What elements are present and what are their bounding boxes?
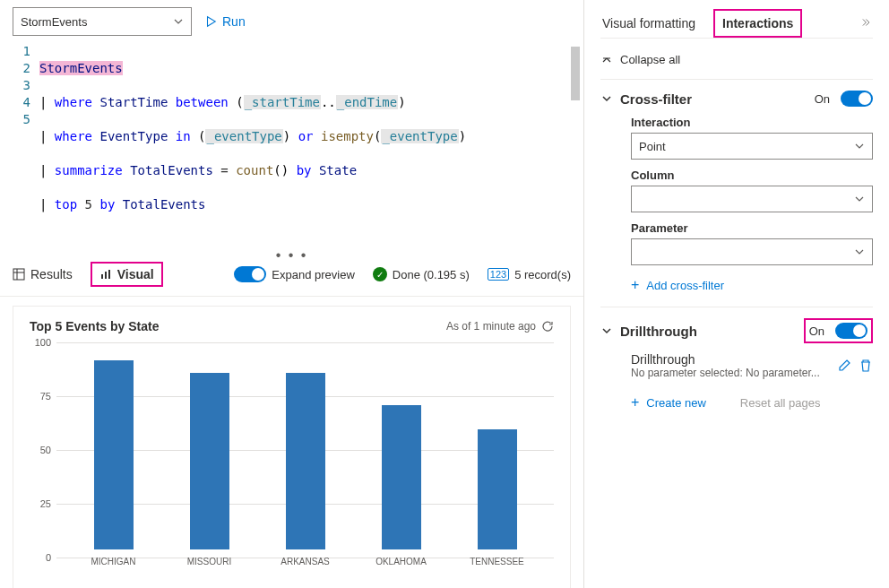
section-drillthrough: Drillthrough On Drillthrough No paramete… (600, 307, 873, 424)
bar-category-label: ARKANSAS (281, 557, 329, 566)
create-new-button[interactable]: + Create new Reset all pages (631, 395, 820, 410)
query-editor[interactable]: 1 2 3 4 5 StormEvents | where StartTime … (0, 43, 583, 247)
svg-rect-0 (13, 269, 24, 280)
refresh-icon[interactable] (541, 320, 554, 333)
bar-category-label: MISSOURI (187, 557, 231, 566)
run-button[interactable]: Run (204, 14, 246, 29)
resize-handle[interactable]: • • • (0, 247, 583, 256)
database-dropdown-value: StormEvents (21, 15, 87, 29)
properties-panel: Visual formatting Interactions Collapse … (584, 0, 889, 588)
bar[interactable] (382, 405, 421, 549)
plus-icon: + (631, 278, 639, 292)
expand-preview-toggle[interactable] (234, 266, 266, 282)
collapse-all-button[interactable]: Collapse all (600, 48, 873, 79)
svg-rect-3 (101, 274, 103, 279)
interaction-select[interactable]: Point (631, 133, 873, 160)
section-cross-filter: Cross-filter On Interaction Point Column… (600, 79, 873, 307)
results-tabs: Results Visual Expand preview ✓ Done (0.… (0, 256, 583, 297)
tab-interactions[interactable]: Interactions (713, 9, 802, 38)
expand-preview-label: Expand preview (272, 268, 355, 281)
success-icon: ✓ (373, 267, 387, 281)
tab-visual-formatting[interactable]: Visual formatting (600, 9, 697, 38)
svg-rect-4 (105, 272, 107, 279)
parameter-select[interactable] (631, 238, 873, 265)
chart-plot: 0255075100MICHIGANMISSOURIARKANSASOKLAHO… (56, 342, 554, 566)
add-cross-filter-button[interactable]: + Add cross-filter (631, 278, 873, 292)
drillthrough-title: Drillthrough (620, 324, 797, 339)
bar-category-label: TENNESSEE (470, 557, 524, 566)
collapse-icon (600, 54, 613, 66)
drillthrough-toggle[interactable] (835, 323, 867, 339)
record-count: 5 record(s) (514, 268, 571, 281)
line-gutter: 1 2 3 4 5 (0, 43, 39, 247)
chart-title: Top 5 Events by State (30, 319, 159, 333)
y-tick-label: 0 (46, 552, 51, 563)
chart-card: Top 5 Events by State As of 1 minute ago… (13, 306, 571, 588)
bar[interactable] (478, 429, 517, 549)
cross-filter-title: Cross-filter (620, 91, 807, 107)
delete-icon[interactable] (859, 359, 873, 373)
tab-visual[interactable]: Visual (91, 262, 163, 287)
chevron-down-icon (854, 194, 865, 204)
chevron-down-icon[interactable] (600, 92, 613, 105)
bar[interactable] (286, 373, 325, 549)
chart-icon (99, 268, 112, 281)
chevron-down-icon (854, 246, 865, 257)
query-topbar: StormEvents Run (0, 0, 583, 43)
y-tick-label: 100 (35, 337, 51, 348)
reset-all-pages[interactable]: Reset all pages (740, 396, 821, 410)
run-label: Run (222, 14, 246, 29)
y-tick-label: 50 (40, 445, 51, 455)
column-label: Column (631, 169, 873, 182)
bar-category-label: OKLAHOMA (375, 557, 427, 566)
plus-icon: + (631, 395, 639, 410)
tab-results[interactable]: Results (13, 267, 73, 281)
interaction-label: Interaction (631, 116, 873, 129)
editor-scrollbar[interactable] (571, 47, 580, 100)
code-content: StormEvents | where StartTime between (_… (39, 43, 574, 247)
table-icon (13, 268, 25, 281)
status-done: Done (0.195 s) (393, 268, 470, 281)
database-dropdown[interactable]: StormEvents (13, 7, 192, 36)
y-tick-label: 75 (40, 391, 51, 402)
svg-rect-5 (108, 270, 110, 279)
chevron-down-icon[interactable] (600, 324, 613, 337)
records-icon: 123 (488, 268, 509, 281)
chevron-down-icon (854, 141, 865, 151)
more-icon[interactable] (859, 16, 873, 30)
parameter-label: Parameter (631, 221, 873, 235)
chevron-down-icon (173, 16, 184, 27)
drillthrough-item: Drillthrough No parameter selected: No p… (631, 352, 873, 379)
chart-asof: As of 1 minute ago (446, 320, 536, 333)
play-icon (204, 15, 217, 28)
edit-icon[interactable] (837, 359, 851, 373)
column-select[interactable] (631, 186, 873, 212)
cross-filter-toggle[interactable] (841, 91, 873, 107)
bar-category-label: MICHIGAN (91, 557, 136, 566)
bar[interactable] (190, 373, 229, 549)
bar[interactable] (94, 360, 134, 549)
y-tick-label: 25 (40, 498, 51, 509)
